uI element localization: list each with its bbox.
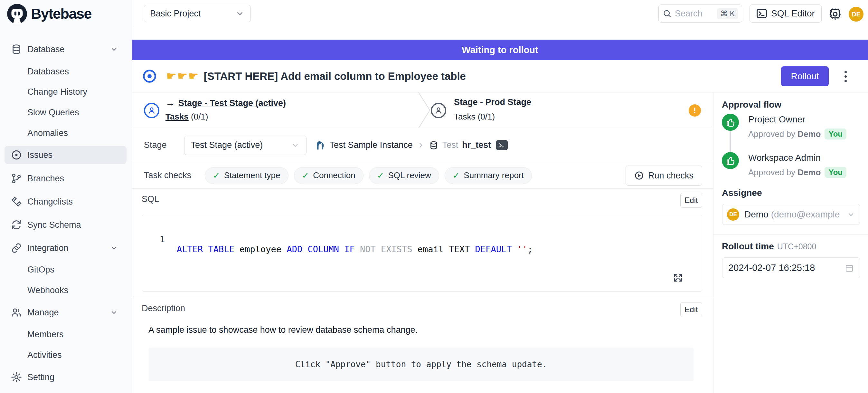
- approval-status: Approved by Demo You: [748, 167, 846, 178]
- sql-edit-button[interactable]: Edit: [680, 193, 702, 208]
- sidebar-item-database[interactable]: Database: [4, 40, 127, 58]
- sidebar-item-gitops[interactable]: GitOps: [4, 261, 127, 279]
- approval-role: Project Owner: [748, 114, 805, 125]
- check-statement-type[interactable]: ✓Statement type: [205, 167, 288, 184]
- run-checks-button[interactable]: Run checks: [626, 165, 702, 186]
- stage-label: Stage: [144, 140, 167, 150]
- check-icon: ✓: [377, 171, 384, 181]
- user-avatar[interactable]: DE: [849, 7, 864, 22]
- assignee-select[interactable]: DE Demo (demo@example: [722, 204, 860, 225]
- stage-test[interactable]: →Stage - Test Stage (active) Tasks (0/1): [132, 92, 418, 128]
- breadcrumb-instance[interactable]: Test Sample Instance: [330, 140, 413, 150]
- chevron-right-icon: [416, 141, 425, 149]
- branch-icon: [10, 172, 23, 185]
- stage-prod[interactable]: Stage - Prod Stage Tasks (0/1): [431, 92, 713, 128]
- panel-divider: [713, 235, 868, 235]
- approved-thumbs-up-icon: [722, 152, 739, 169]
- sql-statement: ALTER TABLE employee ADD COLUMN IF NOT E…: [177, 244, 532, 254]
- approval-connector: [730, 131, 731, 152]
- current-stage-arrow: →: [165, 97, 175, 108]
- rollout-button[interactable]: Rollout: [781, 66, 829, 86]
- sidebar-item-changelists[interactable]: Changelists: [4, 193, 127, 211]
- sidebar-item-slow-queries[interactable]: Slow Queries: [4, 103, 127, 121]
- attention-dot-icon: !: [689, 104, 701, 117]
- issue-status-icon: [142, 69, 157, 84]
- sidebar-item-manage[interactable]: Manage: [4, 303, 127, 322]
- pointing-hands: ☛☛☛: [166, 69, 199, 83]
- sidebar-item-members[interactable]: Members: [4, 325, 127, 343]
- play-circle-icon: [634, 171, 644, 180]
- rollout-time-header: Rollout timeUTC+0800: [722, 241, 816, 251]
- sql-editor-view: 1 ALTER TABLE employee ADD COLUMN IF NOT…: [142, 215, 702, 292]
- kebab-menu-icon[interactable]: [839, 68, 852, 85]
- check-pills: ✓Statement type ✓Connection ✓SQL review …: [205, 167, 532, 184]
- sync-icon: [10, 219, 23, 231]
- status-banner: Waiting to rollout: [132, 40, 868, 60]
- sidebar-item-activities[interactable]: Activities: [4, 346, 127, 364]
- chevron-down-icon: [847, 210, 855, 219]
- description-section-header: Description: [142, 303, 185, 313]
- database-icon: [429, 141, 438, 150]
- sidebar-item-change-history[interactable]: Change History: [4, 83, 127, 101]
- pencil-ruler-icon: [10, 195, 23, 208]
- project-select[interactable]: Basic Project: [144, 5, 251, 22]
- check-summary-report[interactable]: ✓Summary report: [445, 167, 532, 184]
- settings-gear-icon[interactable]: [828, 7, 842, 21]
- open-sql-editor-icon[interactable]: [496, 140, 508, 150]
- check-icon: ✓: [213, 171, 220, 181]
- link-icon: [10, 242, 23, 254]
- stage-separator: [418, 92, 431, 128]
- bytebase-logo-icon: [6, 3, 28, 25]
- breadcrumb-environment: Test: [442, 140, 459, 150]
- search-icon: [662, 9, 672, 18]
- sidebar-item-issues[interactable]: Issues: [4, 146, 127, 164]
- approval-flow-header: Approval flow: [722, 99, 781, 110]
- sidebar-item-anomalies[interactable]: Anomalies: [4, 124, 127, 142]
- issues-icon: [10, 149, 23, 161]
- check-icon: ✓: [453, 171, 460, 181]
- sidebar-item-sync-schema[interactable]: Sync Schema: [4, 216, 127, 234]
- search-input[interactable]: Search ⌘ K: [658, 4, 742, 23]
- approved-thumbs-up-icon: [722, 114, 739, 131]
- database-icon: [10, 43, 23, 55]
- assignee-avatar: DE: [727, 208, 739, 221]
- check-sql-review[interactable]: ✓SQL review: [369, 167, 439, 184]
- issue-header: ☛☛☛[START HERE] Add email column to Empl…: [132, 60, 868, 92]
- sidebar-item-setting[interactable]: Setting: [4, 368, 127, 386]
- calendar-icon[interactable]: [845, 264, 854, 273]
- users-icon: [10, 306, 23, 319]
- expand-icon[interactable]: [673, 273, 683, 283]
- task-checks-row: Task checks ✓Statement type ✓Connection …: [132, 162, 713, 189]
- chevron-down-icon: [235, 9, 245, 18]
- search-placeholder: Search: [675, 9, 703, 19]
- check-connection[interactable]: ✓Connection: [294, 167, 364, 184]
- assignee-header: Assignee: [722, 188, 762, 198]
- description-text: A sample issue to showcase how to review…: [148, 325, 417, 335]
- you-badge: You: [825, 128, 846, 140]
- breadcrumb-database[interactable]: hr_test: [462, 140, 491, 150]
- sidebar-item-webhooks[interactable]: Webhooks: [4, 281, 127, 299]
- search-shortcut: ⌘ K: [717, 8, 738, 19]
- page-title: ☛☛☛[START HERE] Add email column to Empl…: [166, 69, 466, 83]
- rollout-time-input[interactable]: 2024-02-07 16:25:18: [722, 258, 860, 278]
- sidebar: Bytebase Database Databases Change Histo…: [0, 0, 132, 393]
- line-number: 1: [160, 234, 165, 244]
- description-edit-button[interactable]: Edit: [680, 302, 702, 317]
- approval-role: Workspace Admin: [748, 153, 821, 163]
- bytebase-logo[interactable]: Bytebase: [6, 3, 91, 25]
- sidebar-item-integration[interactable]: Integration: [4, 239, 127, 257]
- check-icon: ✓: [302, 171, 309, 181]
- stage-selector-bar: Stage Test Stage (active) Test Sample In…: [132, 128, 713, 162]
- sidebar-item-databases[interactable]: Databases: [4, 62, 127, 81]
- approval-status: Approved by Demo You: [748, 128, 846, 140]
- brand-name: Bytebase: [31, 5, 91, 22]
- sidebar-item-branches[interactable]: Branches: [4, 170, 127, 187]
- stage-strip: →Stage - Test Stage (active) Tasks (0/1)…: [132, 92, 713, 128]
- sql-section-header: SQL: [142, 194, 159, 204]
- chevron-down-icon: [110, 308, 118, 316]
- stage-select[interactable]: Test Stage (active): [184, 135, 307, 155]
- description-code-block: Click "Approve" button to apply the sche…: [148, 347, 694, 381]
- section-divider: [132, 298, 713, 298]
- sql-editor-button[interactable]: SQL Editor: [749, 4, 822, 23]
- breadcrumb: Test Sample Instance Test hr_test: [315, 140, 508, 151]
